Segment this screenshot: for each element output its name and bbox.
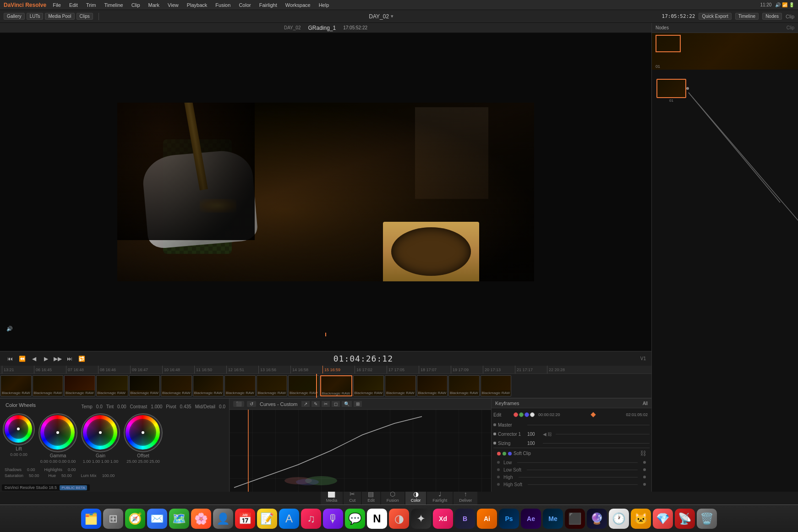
- dock-cleanmymac[interactable]: 💎: [653, 509, 673, 529]
- clip-14[interactable]: Blackmagic RAW: [448, 375, 480, 396]
- shadows-value[interactable]: 0.00: [27, 467, 35, 472]
- menu-file[interactable]: File: [51, 2, 63, 8]
- go-end-button[interactable]: ⏭: [65, 354, 74, 363]
- highlights-value[interactable]: 0.00: [68, 467, 76, 472]
- mid-detail-value[interactable]: 0.0: [219, 404, 225, 409]
- dock-polycapture[interactable]: 🔮: [587, 509, 607, 529]
- clip-4[interactable]: Blackmagic RAW: [129, 375, 160, 396]
- temp-value[interactable]: 0.0: [96, 404, 103, 409]
- quick-export-button[interactable]: Quick Export: [699, 13, 731, 20]
- dock-maps[interactable]: 🗺️: [169, 509, 189, 529]
- curves-tool-1[interactable]: ↗: [301, 401, 310, 407]
- red-node-dot[interactable]: [514, 412, 518, 417]
- clip-13[interactable]: Blackmagic RAW: [417, 375, 448, 396]
- curves-tool-4[interactable]: ◻: [332, 401, 340, 407]
- menu-trim[interactable]: Trim: [84, 2, 98, 8]
- dock-appstore[interactable]: A: [279, 509, 299, 529]
- menu-clip[interactable]: Clip: [130, 2, 142, 8]
- sc-high-knob[interactable]: [643, 476, 646, 478]
- menu-edit[interactable]: Edit: [67, 2, 80, 8]
- play-forward-button[interactable]: ▶▶: [53, 354, 62, 363]
- dock-aftereffects[interactable]: Ae: [521, 509, 541, 529]
- menu-timeline[interactable]: Timeline: [102, 2, 125, 8]
- media-pool-button[interactable]: Media Pool: [45, 13, 74, 20]
- clip-9[interactable]: Blackmagic RAW: [288, 375, 319, 396]
- offset-wheel-ring[interactable]: [126, 415, 160, 450]
- white-node-dot[interactable]: [530, 412, 535, 417]
- loop-button[interactable]: 🔁: [77, 354, 86, 363]
- volume-icon[interactable]: 🔊: [6, 326, 13, 332]
- clip-15[interactable]: Blackmagic RAW: [481, 375, 512, 396]
- dock-finder2[interactable]: 🐱: [631, 509, 651, 529]
- dock-calendar[interactable]: 📅: [235, 509, 255, 529]
- contrast-value[interactable]: 1.000: [151, 404, 162, 409]
- tint-value[interactable]: 0.00: [117, 404, 126, 409]
- kf-corrector-chain[interactable]: ⛓: [547, 432, 552, 437]
- offset-wheel-outer[interactable]: [124, 413, 163, 452]
- clip-3[interactable]: Blackmagic RAW: [96, 375, 128, 396]
- hue-value[interactable]: 50.00: [61, 473, 72, 478]
- dock-mail[interactable]: ✉️: [147, 509, 167, 529]
- menu-view[interactable]: View: [166, 2, 180, 8]
- clip-11[interactable]: Blackmagic RAW: [353, 375, 384, 396]
- curves-area[interactable]: [230, 410, 491, 492]
- clip-8[interactable]: Blackmagic RAW: [257, 375, 288, 396]
- go-start-button[interactable]: ⏮: [5, 354, 15, 363]
- dock-arc[interactable]: ◑: [389, 509, 409, 529]
- sc-lowsoft-knob[interactable]: [643, 468, 646, 471]
- soft-clip-toggle[interactable]: ⛓: [640, 450, 646, 457]
- kf-corrector-toggle[interactable]: ◀: [543, 432, 547, 437]
- lift-wheel-ring[interactable]: [5, 415, 32, 443]
- green-node-dot[interactable]: [519, 412, 524, 417]
- clip-12[interactable]: Blackmagic RAW: [385, 375, 416, 396]
- project-name[interactable]: DAY_02: [369, 13, 389, 20]
- pivot-value[interactable]: 0.435: [180, 404, 191, 409]
- saturation-value[interactable]: 50.00: [29, 473, 39, 478]
- menu-fusion[interactable]: Fusion: [213, 2, 232, 8]
- clip-10-active[interactable]: Blackmagic RAW: [320, 375, 352, 396]
- curves-tool-5[interactable]: 🔍: [342, 401, 352, 407]
- dock-trash[interactable]: 🗑️: [697, 509, 717, 529]
- lift-wheel-outer[interactable]: [3, 413, 35, 445]
- luts-button[interactable]: LUTs: [27, 13, 44, 20]
- curves-tool-6[interactable]: ⊞: [354, 401, 362, 407]
- dock-photos[interactable]: 🌸: [191, 509, 211, 529]
- dock-anydesk[interactable]: 📡: [675, 509, 695, 529]
- menu-fairlight[interactable]: Fairlight: [257, 2, 279, 8]
- clip-1[interactable]: Blackmagic RAW: [33, 375, 64, 396]
- dock-notes[interactable]: 📝: [257, 509, 277, 529]
- clip-0[interactable]: Blackmagic RAW: [0, 375, 32, 396]
- sc-low-knob[interactable]: [643, 461, 646, 464]
- gamma-wheel-ring[interactable]: [40, 415, 75, 450]
- clip-5[interactable]: Blackmagic RAW: [161, 375, 192, 396]
- curves-tool-2[interactable]: ✎: [312, 401, 320, 407]
- menu-color[interactable]: Color: [237, 2, 252, 8]
- clip-7[interactable]: Blackmagic RAW: [224, 375, 256, 396]
- lift-dot[interactable]: [17, 428, 20, 430]
- node-area[interactable]: 01: [652, 70, 798, 492]
- offset-dot[interactable]: [142, 431, 144, 434]
- blue-node-dot[interactable]: [525, 412, 529, 417]
- lum-mix-value[interactable]: 100.00: [102, 473, 115, 478]
- play-reverse-button[interactable]: ◀: [29, 354, 38, 363]
- menu-workspace[interactable]: Workspace: [284, 2, 312, 8]
- dock-davinci[interactable]: ⬛: [565, 509, 585, 529]
- dock-contacts[interactable]: 👤: [213, 509, 233, 529]
- dock-mediaencoder[interactable]: Me: [543, 509, 563, 529]
- dock-photoshop[interactable]: Ps: [499, 509, 519, 529]
- dock-xd[interactable]: Xd: [433, 509, 453, 529]
- app-name[interactable]: DaVinci Resolve: [4, 2, 46, 8]
- gamma-dot[interactable]: [56, 431, 59, 434]
- play-button[interactable]: ▶: [41, 354, 50, 363]
- nodes-button[interactable]: Nodes: [762, 13, 782, 20]
- curves-reset-btn[interactable]: ↺: [247, 401, 256, 407]
- clip-6[interactable]: Blackmagic RAW: [193, 375, 224, 396]
- clips-button[interactable]: Clips: [77, 13, 93, 20]
- menu-mark[interactable]: Mark: [147, 2, 161, 8]
- dock-clock[interactable]: 🕐: [609, 509, 629, 529]
- node-1[interactable]: 01: [656, 79, 686, 98]
- dock-safari[interactable]: 🧭: [125, 509, 145, 529]
- gamma-wheel-outer[interactable]: [38, 413, 77, 452]
- dock-finder[interactable]: 🗂️: [81, 509, 101, 529]
- dock-podcasts[interactable]: 🎙: [323, 509, 343, 529]
